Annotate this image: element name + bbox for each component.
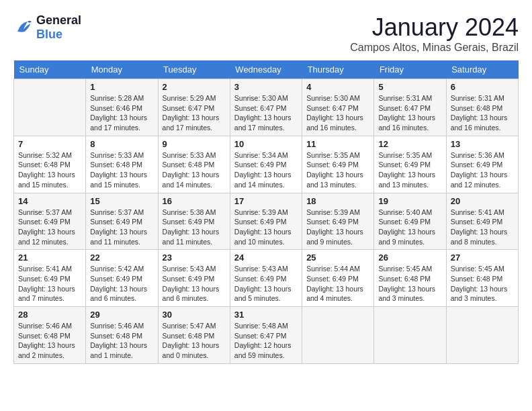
calendar-cell: 25Sunrise: 5:44 AM Sunset: 6:49 PM Dayli… [302, 250, 374, 307]
calendar-cell: 21Sunrise: 5:41 AM Sunset: 6:49 PM Dayli… [14, 250, 86, 307]
page-subtitle: Campos Altos, Minas Gerais, Brazil [350, 42, 519, 54]
day-number: 26 [378, 253, 441, 263]
calendar-cell: 10Sunrise: 5:34 AM Sunset: 6:49 PM Dayli… [230, 136, 302, 193]
logo-text: General Blue [36, 13, 81, 42]
day-number: 28 [18, 310, 81, 320]
calendar-cell [302, 307, 374, 364]
calendar-cell: 22Sunrise: 5:42 AM Sunset: 6:49 PM Dayli… [86, 250, 158, 307]
day-info: Sunrise: 5:34 AM Sunset: 6:49 PM Dayligh… [234, 150, 298, 190]
day-info: Sunrise: 5:45 AM Sunset: 6:48 PM Dayligh… [451, 264, 514, 304]
calendar-cell: 20Sunrise: 5:41 AM Sunset: 6:49 PM Dayli… [446, 193, 518, 250]
day-number: 30 [163, 310, 226, 320]
day-number: 2 [163, 82, 226, 92]
calendar-cell [14, 79, 86, 136]
calendar-cell: 8Sunrise: 5:33 AM Sunset: 6:48 PM Daylig… [86, 136, 158, 193]
calendar-cell: 5Sunrise: 5:31 AM Sunset: 6:47 PM Daylig… [374, 79, 446, 136]
day-info: Sunrise: 5:44 AM Sunset: 6:49 PM Dayligh… [306, 264, 369, 304]
logo-icon [13, 17, 34, 38]
day-number: 11 [306, 139, 369, 149]
day-of-week-header: Wednesday [230, 60, 302, 79]
day-info: Sunrise: 5:41 AM Sunset: 6:49 PM Dayligh… [451, 208, 514, 247]
day-info: Sunrise: 5:30 AM Sunset: 6:47 PM Dayligh… [306, 93, 369, 133]
day-info: Sunrise: 5:48 AM Sunset: 6:47 PM Dayligh… [234, 321, 298, 361]
calendar-cell [374, 307, 446, 364]
day-info: Sunrise: 5:42 AM Sunset: 6:49 PM Dayligh… [90, 264, 153, 304]
day-number: 19 [378, 196, 441, 206]
day-info: Sunrise: 5:35 AM Sunset: 6:49 PM Dayligh… [306, 150, 369, 190]
calendar-cell: 26Sunrise: 5:45 AM Sunset: 6:48 PM Dayli… [374, 250, 446, 307]
day-number: 14 [18, 196, 81, 206]
day-number: 23 [163, 253, 226, 263]
page-header: General Blue January 2024 Campos Altos, … [13, 13, 519, 54]
day-number: 12 [378, 139, 441, 149]
calendar-header-row: SundayMondayTuesdayWednesdayThursdayFrid… [14, 60, 519, 79]
calendar-week-row: 7Sunrise: 5:32 AM Sunset: 6:48 PM Daylig… [14, 136, 519, 193]
day-number: 20 [451, 196, 514, 206]
calendar-cell: 9Sunrise: 5:33 AM Sunset: 6:48 PM Daylig… [158, 136, 230, 193]
day-number: 5 [378, 82, 441, 92]
day-info: Sunrise: 5:35 AM Sunset: 6:49 PM Dayligh… [378, 150, 441, 190]
day-info: Sunrise: 5:46 AM Sunset: 6:48 PM Dayligh… [18, 321, 81, 361]
day-number: 29 [90, 310, 153, 320]
day-info: Sunrise: 5:37 AM Sunset: 6:49 PM Dayligh… [18, 208, 81, 247]
day-number: 4 [306, 82, 369, 92]
day-of-week-header: Monday [86, 60, 158, 79]
calendar-cell [446, 307, 518, 364]
calendar-cell: 3Sunrise: 5:30 AM Sunset: 6:47 PM Daylig… [230, 79, 302, 136]
day-number: 6 [451, 82, 514, 92]
day-info: Sunrise: 5:33 AM Sunset: 6:48 PM Dayligh… [90, 150, 153, 190]
day-info: Sunrise: 5:33 AM Sunset: 6:48 PM Dayligh… [163, 150, 226, 190]
day-info: Sunrise: 5:32 AM Sunset: 6:48 PM Dayligh… [18, 150, 81, 190]
day-number: 15 [90, 196, 153, 206]
page-title: January 2024 [350, 13, 519, 42]
day-number: 17 [234, 196, 298, 206]
day-number: 1 [90, 82, 153, 92]
calendar-table: SundayMondayTuesdayWednesdayThursdayFrid… [13, 60, 519, 364]
day-info: Sunrise: 5:39 AM Sunset: 6:49 PM Dayligh… [306, 208, 369, 247]
calendar-cell: 24Sunrise: 5:43 AM Sunset: 6:49 PM Dayli… [230, 250, 302, 307]
calendar-cell: 12Sunrise: 5:35 AM Sunset: 6:49 PM Dayli… [374, 136, 446, 193]
logo: General Blue [13, 13, 81, 42]
calendar-cell: 18Sunrise: 5:39 AM Sunset: 6:49 PM Dayli… [302, 193, 374, 250]
calendar-cell: 4Sunrise: 5:30 AM Sunset: 6:47 PM Daylig… [302, 79, 374, 136]
day-of-week-header: Saturday [446, 60, 518, 79]
calendar-week-row: 14Sunrise: 5:37 AM Sunset: 6:49 PM Dayli… [14, 193, 519, 250]
day-number: 8 [90, 139, 153, 149]
day-info: Sunrise: 5:36 AM Sunset: 6:49 PM Dayligh… [451, 150, 514, 190]
day-number: 7 [18, 139, 81, 149]
day-number: 9 [163, 139, 226, 149]
day-number: 27 [451, 253, 514, 263]
calendar-week-row: 1Sunrise: 5:28 AM Sunset: 6:46 PM Daylig… [14, 79, 519, 136]
day-of-week-header: Tuesday [158, 60, 230, 79]
calendar-cell: 1Sunrise: 5:28 AM Sunset: 6:46 PM Daylig… [86, 79, 158, 136]
calendar-cell: 28Sunrise: 5:46 AM Sunset: 6:48 PM Dayli… [14, 307, 86, 364]
day-number: 31 [234, 310, 298, 320]
day-number: 24 [234, 253, 298, 263]
calendar-cell: 2Sunrise: 5:29 AM Sunset: 6:47 PM Daylig… [158, 79, 230, 136]
day-info: Sunrise: 5:39 AM Sunset: 6:49 PM Dayligh… [234, 208, 298, 247]
day-info: Sunrise: 5:28 AM Sunset: 6:46 PM Dayligh… [90, 93, 153, 133]
calendar-week-row: 28Sunrise: 5:46 AM Sunset: 6:48 PM Dayli… [14, 307, 519, 364]
day-info: Sunrise: 5:31 AM Sunset: 6:47 PM Dayligh… [378, 93, 441, 133]
day-info: Sunrise: 5:45 AM Sunset: 6:48 PM Dayligh… [378, 264, 441, 304]
day-number: 13 [451, 139, 514, 149]
calendar-cell: 29Sunrise: 5:46 AM Sunset: 6:48 PM Dayli… [86, 307, 158, 364]
day-number: 3 [234, 82, 298, 92]
day-info: Sunrise: 5:40 AM Sunset: 6:49 PM Dayligh… [378, 208, 441, 247]
calendar-cell: 19Sunrise: 5:40 AM Sunset: 6:49 PM Dayli… [374, 193, 446, 250]
calendar-cell: 31Sunrise: 5:48 AM Sunset: 6:47 PM Dayli… [230, 307, 302, 364]
calendar-cell: 13Sunrise: 5:36 AM Sunset: 6:49 PM Dayli… [446, 136, 518, 193]
calendar-cell: 11Sunrise: 5:35 AM Sunset: 6:49 PM Dayli… [302, 136, 374, 193]
calendar-cell: 6Sunrise: 5:31 AM Sunset: 6:48 PM Daylig… [446, 79, 518, 136]
title-block: January 2024 Campos Altos, Minas Gerais,… [350, 13, 519, 54]
calendar-cell: 30Sunrise: 5:47 AM Sunset: 6:48 PM Dayli… [158, 307, 230, 364]
day-info: Sunrise: 5:46 AM Sunset: 6:48 PM Dayligh… [90, 321, 153, 361]
day-number: 16 [163, 196, 226, 206]
day-number: 25 [306, 253, 369, 263]
day-of-week-header: Sunday [14, 60, 86, 79]
day-info: Sunrise: 5:37 AM Sunset: 6:49 PM Dayligh… [90, 208, 153, 247]
day-info: Sunrise: 5:31 AM Sunset: 6:48 PM Dayligh… [451, 93, 514, 133]
calendar-cell: 16Sunrise: 5:38 AM Sunset: 6:49 PM Dayli… [158, 193, 230, 250]
calendar-cell: 27Sunrise: 5:45 AM Sunset: 6:48 PM Dayli… [446, 250, 518, 307]
day-of-week-header: Thursday [302, 60, 374, 79]
